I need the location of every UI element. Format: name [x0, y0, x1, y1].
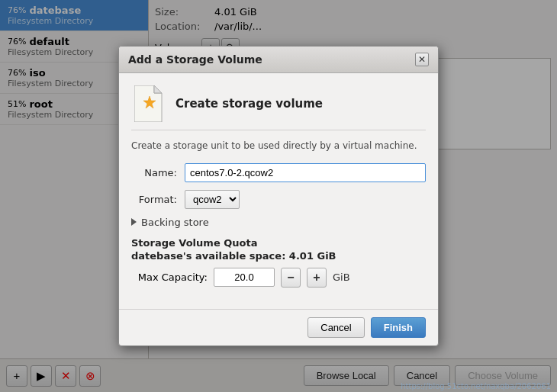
- capacity-decrease-button[interactable]: −: [281, 268, 301, 288]
- capacity-row: Max Capacity: − + GiB: [131, 268, 426, 288]
- format-select-wrap: qcow2 raw vmdk: [185, 190, 240, 209]
- main-window: 76% datebase Filesystem Directory 76% de…: [0, 0, 557, 392]
- modal-finish-button[interactable]: Finish: [371, 317, 426, 338]
- create-vol-header: Create storage volume: [131, 85, 426, 130]
- file-icon: [131, 85, 168, 122]
- format-label: Format:: [131, 194, 185, 205]
- backing-store-triangle: [131, 218, 137, 226]
- quota-title: Storage Volume Quota: [131, 237, 426, 249]
- watermark: https://blog.51cto.net/naxqba/2062061: [401, 382, 551, 390]
- quota-available: datebase's available space: 4.01 GiB: [131, 250, 426, 262]
- create-vol-title: Create storage volume: [175, 97, 323, 111]
- max-capacity-input[interactable]: [214, 268, 275, 287]
- modal-close-button[interactable]: ✕: [415, 53, 429, 66]
- gib-label: GiB: [333, 272, 350, 283]
- quota-section: Storage Volume Quota datebase's availabl…: [131, 237, 426, 288]
- modal-header: Add a Storage Volume ✕: [119, 47, 438, 73]
- svg-marker-3: [154, 85, 162, 93]
- name-input[interactable]: [185, 163, 426, 182]
- modal-title: Add a Storage Volume: [128, 53, 262, 66]
- add-storage-volume-dialog: Add a Storage Volume ✕: [118, 46, 439, 346]
- modal-footer: Cancel Finish: [119, 309, 438, 345]
- name-row: Name:: [131, 163, 426, 182]
- format-select[interactable]: qcow2 raw vmdk: [185, 190, 240, 209]
- modal-body: Create storage volume Create a storage u…: [119, 73, 438, 309]
- max-capacity-label: Max Capacity:: [131, 272, 208, 283]
- backing-store-row[interactable]: Backing store: [131, 217, 426, 228]
- modal-cancel-button[interactable]: Cancel: [307, 317, 364, 338]
- name-label: Name:: [131, 167, 185, 178]
- format-row: Format: qcow2 raw vmdk: [131, 190, 426, 209]
- create-vol-description: Create a storage unit to be used directl…: [131, 140, 426, 153]
- capacity-increase-button[interactable]: +: [307, 268, 327, 288]
- backing-store-label: Backing store: [141, 217, 209, 228]
- modal-overlay: Add a Storage Volume ✕: [0, 0, 557, 392]
